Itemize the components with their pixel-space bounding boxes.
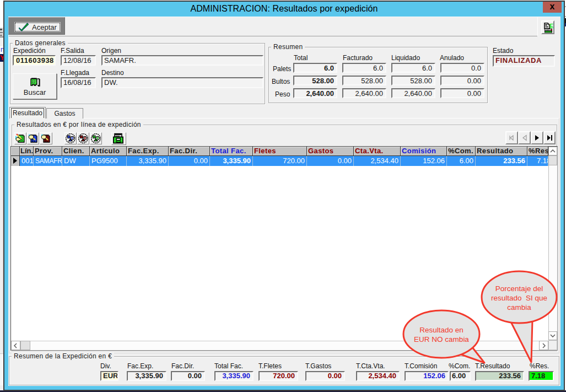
svg-text:Resultado en: Resultado en — [419, 326, 463, 334]
svg-text:EUR NO cambia: EUR NO cambia — [414, 335, 469, 343]
svg-text:resultado SI que: resultado SI que — [491, 294, 547, 302]
svg-text:Porcentaje del: Porcentaje del — [495, 284, 543, 293]
svg-text:cambia: cambia — [507, 303, 531, 312]
